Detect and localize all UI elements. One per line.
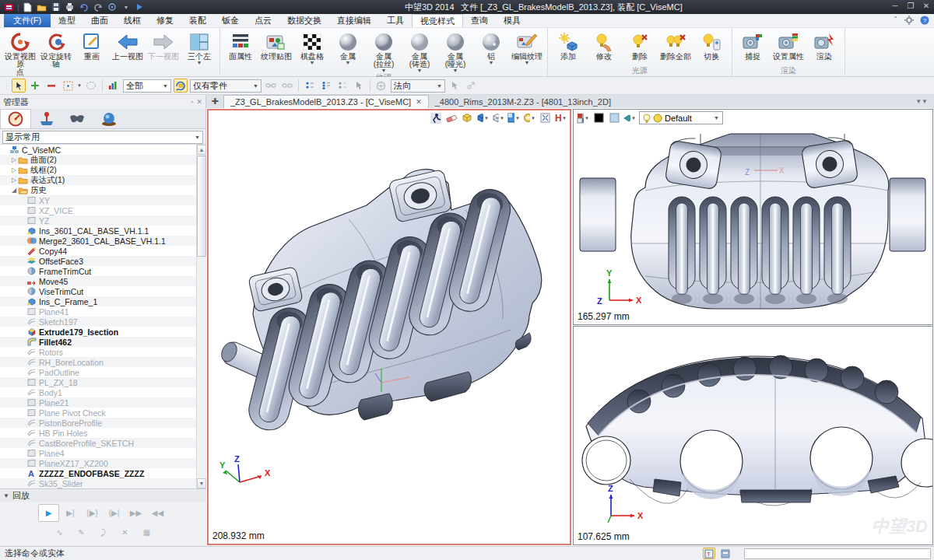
tabbar-chevron-icon[interactable]: ▼▼ [915, 98, 928, 105]
replay-header[interactable]: ▼回放 [0, 489, 206, 502]
normal-dir-icon[interactable] [374, 79, 388, 93]
menu-tab-曲面[interactable]: 曲面 [83, 14, 116, 27]
maximize-button[interactable]: ❐ [906, 2, 915, 10]
status-toggle1-icon[interactable]: T [703, 548, 715, 559]
tree-item-曲面(2)[interactable]: ▷曲面(2) [0, 155, 206, 165]
tree-item-CastBoreProfile_SKETCH[interactable]: CastBoreProfile_SKETCH [0, 438, 206, 448]
menu-tab-线框[interactable]: 线框 [116, 14, 149, 27]
tree-item-OffsetFace3[interactable]: OffsetFace3 [0, 256, 206, 266]
part-filter-combobox[interactable]: 仅有零件▼ [190, 79, 262, 93]
ribbon-button-金属(哑光)[interactable]: 金属(哑光)▼ [437, 30, 473, 73]
manager-tab-assembly[interactable] [31, 109, 62, 128]
scroll-thumb[interactable] [197, 156, 206, 257]
multi-view-icon[interactable]: ▼ [577, 112, 589, 124]
lasso-select-icon[interactable] [84, 79, 98, 93]
new-file-icon[interactable] [23, 2, 33, 12]
ribbon-button-捕捉[interactable]: 捕捉 [735, 30, 771, 66]
replay-step-end-button[interactable]: ▶| [60, 504, 81, 522]
manager-tab-visualize[interactable] [62, 109, 93, 128]
filter-combobox[interactable]: 全部▼ [123, 79, 171, 93]
view-target-icon[interactable] [107, 2, 118, 12]
tree-expander-icon[interactable]: ▷ [10, 177, 18, 184]
play-icon[interactable] [135, 2, 146, 12]
tree-item-Rotors[interactable]: Rotors [0, 347, 206, 357]
menu-tab-模具[interactable]: 模具 [496, 14, 528, 27]
status-toggle2-icon[interactable] [719, 548, 732, 559]
replay-jump-button[interactable]: ⤸ [93, 523, 114, 541]
ribbon-button-设置属性[interactable]: 设置属性 [771, 30, 806, 66]
ribbon-button-金属[interactable]: 金属▼ [330, 30, 366, 73]
replay-fast-forward-button[interactable]: ▶▶ [125, 504, 146, 522]
blue-swatch-icon[interactable] [608, 112, 620, 124]
tree-item-PL_ZX_18[interactable]: PL_ZX_18 [0, 377, 206, 387]
tree-expander-icon[interactable]: ▷ [10, 166, 18, 173]
menu-tab-修复[interactable]: 修复 [149, 14, 181, 27]
tree-item-表达式(1)[interactable]: ▷表达式(1) [0, 175, 206, 185]
ribbon-button-棋盘格[interactable]: 棋盘格▼ [294, 30, 330, 73]
display-filter-combobox[interactable]: 显示常用▼ [2, 131, 203, 144]
ribbon-button-上一视图[interactable]: 上一视图 [110, 30, 146, 76]
ribbon-button-设置视图原点[interactable]: 设置视图原点 [2, 30, 38, 76]
tree-item-FrameTrimCut[interactable]: FrameTrimCut [0, 266, 206, 276]
settings-gear-icon[interactable] [904, 16, 914, 25]
open-file-icon[interactable] [37, 2, 47, 12]
replay-stop-button[interactable]: ✕ [114, 523, 135, 541]
replay-step-pause-button[interactable]: (▶| [104, 504, 125, 522]
material-icon[interactable]: ▼ [623, 112, 636, 124]
minimize-button[interactable]: ─ [890, 2, 900, 10]
replay-edit-button[interactable]: ✎ [71, 523, 92, 541]
replay-play-button[interactable]: ▶ [38, 504, 59, 522]
tree-item-XZ_VICE[interactable]: XZ_VICE [0, 205, 206, 215]
wireframe-view-icon[interactable]: ▼ [492, 112, 504, 124]
menu-tab-直接编辑[interactable]: 直接编辑 [329, 14, 379, 27]
print-icon[interactable] [65, 2, 75, 12]
tree-expander-icon[interactable]: ▷ [10, 156, 18, 163]
add-selection-icon[interactable] [28, 79, 42, 93]
replay-snapshot-button[interactable]: ▦ [136, 523, 157, 541]
normal-combobox[interactable]: 法向▼ [391, 79, 445, 93]
ribbon-button-删除全部[interactable]: 删除全部 [658, 30, 693, 66]
menu-tab-视觉样式[interactable]: 视觉样式 [412, 14, 463, 27]
tree-item-Ins_3601_CAL_BASE_VH.1.1[interactable]: Ins_3601_CAL_BASE_VH.1.1 [0, 226, 206, 236]
walkthrough-icon[interactable] [430, 112, 442, 124]
new-document-tab-icon[interactable]: ✚ [206, 95, 223, 108]
tree-item-Plane21[interactable]: Plane21 [0, 397, 206, 408]
tree-item-C_ViseMC[interactable]: C_ViseMC [0, 145, 206, 155]
erase-icon[interactable] [445, 112, 458, 124]
filter-icon[interactable] [107, 79, 121, 93]
tree-item-线框(2)[interactable]: ▷线框(2) [0, 165, 206, 175]
viewport-main[interactable]: Y Z X ▼ ▼ ▼ ▼ H▼ 208.932 mm [207, 109, 571, 545]
tree-item-ViseTrimCut[interactable]: ViseTrimCut [0, 286, 206, 296]
tree-item-Plane Pivot Check[interactable]: Plane Pivot Check [0, 408, 206, 418]
manager-tab-view[interactable] [93, 109, 125, 128]
tree-item-Copy44[interactable]: Copy44 [0, 246, 206, 256]
document-tab[interactable]: _4800_Rims_2013M-2.Z3 - [4801_13inch_2D] [429, 95, 617, 108]
close-button[interactable]: ✕ [922, 2, 931, 10]
tree-item-PistonBoreProfile[interactable]: PistonBoreProfile [0, 418, 206, 428]
tree-scrollbar[interactable]: ▲ ▼ [196, 145, 206, 488]
app-logo-icon[interactable] [3, 2, 14, 12]
replay-rewind-button[interactable]: ◀◀ [147, 504, 168, 522]
ribbon-button-三个左[interactable]: 三个左▼ [181, 30, 217, 76]
ribbon-button-纹理贴图[interactable]: 纹理贴图 [258, 30, 294, 73]
replay-curve-button[interactable]: ∿ [49, 523, 70, 541]
undo-icon[interactable] [79, 2, 90, 12]
ribbon-button-渲染[interactable]: 渲染 [806, 30, 842, 66]
menu-tab-造型[interactable]: 造型 [51, 14, 83, 27]
select-cursor-icon[interactable] [12, 79, 26, 93]
ribbon-button-金属(铸造)[interactable]: 金属(铸造)▼ [402, 30, 437, 73]
tree-item-Plane41[interactable]: Plane41 [0, 306, 206, 317]
tree-item-Fillet462[interactable]: Fillet462 [0, 337, 206, 347]
ribbon-button-下一视图[interactable]: 下一视图 [146, 30, 181, 76]
ribbon-button-切换[interactable]: 切换 [693, 30, 729, 66]
menu-tab-钣金[interactable]: 钣金 [214, 14, 247, 27]
sort-1-icon[interactable] [303, 79, 317, 93]
tree-item-HB Pin Holes[interactable]: HB Pin Holes [0, 428, 206, 438]
unlink-icon[interactable] [280, 79, 294, 93]
tree-item-Body1[interactable]: Body1 [0, 387, 206, 397]
manager-tab-history[interactable] [0, 109, 31, 128]
replay-step-play-button[interactable]: (▶) [82, 504, 103, 522]
refresh-part-icon[interactable] [174, 79, 188, 93]
tree-item-PadOutline[interactable]: PadOutline [0, 367, 206, 377]
remove-selection-icon[interactable] [44, 79, 58, 93]
